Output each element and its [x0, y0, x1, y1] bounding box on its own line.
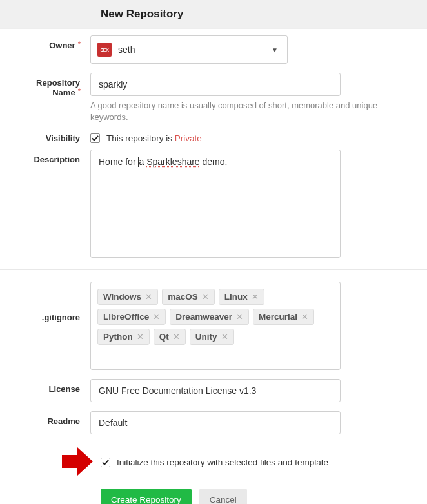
tag-label: Unity [195, 332, 217, 342]
tag-label: Linux [224, 292, 248, 302]
gitignore-tag: Linux✕ [219, 289, 264, 305]
gitignore-tags-input[interactable]: Windows✕macOS✕Linux✕LibreOffice✕Dreamwea… [90, 282, 341, 370]
tag-label: Qt [159, 332, 169, 342]
remove-tag-icon[interactable]: ✕ [145, 292, 152, 302]
remove-tag-icon[interactable]: ✕ [252, 292, 259, 302]
check-icon [102, 459, 109, 466]
gitignore-tag: macOS✕ [162, 289, 215, 305]
remove-tag-icon[interactable]: ✕ [202, 292, 209, 302]
remove-tag-icon[interactable]: ✕ [221, 332, 228, 342]
divider [0, 269, 427, 270]
gitignore-tag: Windows✕ [97, 289, 158, 305]
gitignore-tag: Unity✕ [190, 329, 234, 345]
license-label: License [12, 379, 90, 394]
tag-label: macOS [168, 292, 198, 302]
visibility-text: This repository is Private [106, 133, 202, 143]
remove-tag-icon[interactable]: ✕ [153, 312, 160, 322]
repo-name-hint: A good repository name is usually compos… [90, 100, 413, 123]
attention-arrow-icon [59, 443, 95, 480]
readme-label: Readme [12, 411, 90, 426]
remove-tag-icon[interactable]: ✕ [236, 312, 243, 322]
gitignore-label: .gitignore [12, 282, 90, 322]
owner-avatar: SEK [97, 43, 112, 57]
chevron-down-icon: ▼ [272, 46, 278, 53]
repo-name-label: Repository Name * [12, 73, 90, 97]
page-title: New Repository [101, 8, 427, 21]
tag-label: Windows [103, 292, 141, 302]
visibility-label: Visibility [12, 132, 90, 143]
check-icon [92, 135, 99, 142]
license-select[interactable] [90, 379, 341, 402]
description-input[interactable]: Home for a Sparkleshare demo. [90, 150, 341, 258]
tag-label: Mercurial [259, 312, 297, 322]
owner-select[interactable]: SEK seth ▼ [90, 35, 288, 64]
gitignore-tag: LibreOffice✕ [97, 309, 166, 325]
gitignore-tag: Mercurial✕ [253, 309, 314, 325]
init-checkbox[interactable] [101, 458, 110, 467]
repo-name-input[interactable] [90, 73, 341, 96]
description-value: Home for a Sparkleshare demo. [99, 157, 227, 167]
new-repo-form: Owner * SEK seth ▼ Repository Name * A g… [0, 29, 427, 504]
page-header: New Repository [0, 0, 427, 29]
init-label: Initialize this repository with selected… [117, 458, 328, 467]
description-label: Description [12, 150, 90, 164]
create-repository-button[interactable]: Create Repository [101, 489, 192, 504]
owner-label: Owner * [12, 35, 90, 50]
tag-label: LibreOffice [103, 312, 149, 322]
gitignore-tag: Dreamweaver✕ [170, 309, 249, 325]
readme-select[interactable] [90, 411, 341, 434]
tag-label: Python [103, 332, 133, 342]
remove-tag-icon[interactable]: ✕ [173, 332, 180, 342]
gitignore-tag: Qt✕ [154, 329, 186, 345]
gitignore-tag: Python✕ [97, 329, 150, 345]
remove-tag-icon[interactable]: ✕ [301, 312, 308, 322]
cancel-button[interactable]: Cancel [199, 489, 247, 504]
visibility-checkbox[interactable] [90, 133, 100, 143]
tag-label: Dreamweaver [175, 312, 232, 322]
remove-tag-icon[interactable]: ✕ [137, 332, 144, 342]
owner-value: seth [118, 44, 135, 55]
